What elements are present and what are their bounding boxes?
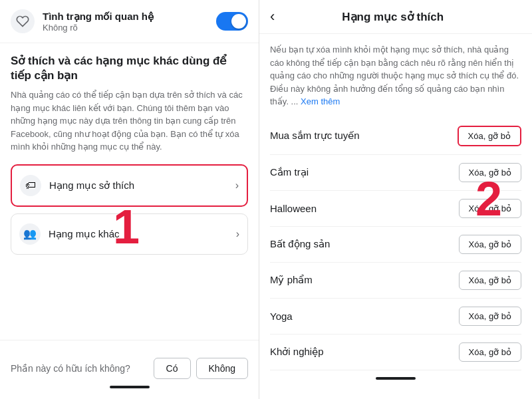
interest-name-2: Halloween — [270, 203, 317, 214]
interest-name-3: Bất động sản — [270, 238, 330, 250]
relationship-row: Tình trạng mối quan hệ Không rõ — [0, 0, 259, 43]
chevron-right-icon-2: › — [236, 228, 239, 240]
right-description: Nếu bạn tự xóa mình khỏi một hạng mục sở… — [270, 43, 521, 108]
interest-name-4: Mỹ phẩm — [270, 274, 313, 286]
group-icon: 👥 — [19, 223, 41, 245]
remove-btn-4[interactable]: Xóa, gỡ bỏ — [459, 271, 521, 290]
see-more-link[interactable]: Xem thêm — [301, 96, 340, 106]
chevron-right-icon-1: › — [235, 180, 239, 192]
menu-item-hang-muc-khac[interactable]: 👥 Hạng mục khác › — [11, 213, 248, 255]
feedback-row: Phần này có hữu ích không? Có Không — [11, 348, 248, 379]
relationship-toggle[interactable] — [216, 12, 248, 31]
right-header: ‹ Hạng mục sở thích — [259, 0, 532, 34]
interest-item-3: Bất động sản Xóa, gỡ bỏ — [270, 227, 521, 263]
relationship-text: Tình trạng mối quan hệ Không rõ — [43, 11, 216, 33]
home-indicator-right — [376, 377, 416, 380]
interest-item-6: Khởi nghiệp Xóa, gỡ bỏ — [270, 334, 521, 370]
menu-item-label-1: Hạng mục sở thích — [49, 180, 235, 192]
relationship-subtitle: Không rõ — [43, 23, 216, 33]
relationship-title: Tình trạng mối quan hệ — [43, 11, 216, 23]
feedback-question: Phần này có hữu ích không? — [11, 363, 148, 374]
remove-btn-6[interactable]: Xóa, gỡ bỏ — [459, 342, 521, 362]
tag-icon: 🏷 — [20, 175, 41, 196]
interest-item-5: Yoga Xóa, gỡ bỏ — [270, 299, 521, 334]
right-panel-title: Hạng mục sở thích — [283, 10, 503, 24]
feedback-yes-button[interactable]: Có — [154, 358, 191, 379]
feedback-no-button[interactable]: Không — [196, 358, 248, 379]
interest-list: Mua sắm trực tuyến Xóa, gỡ bỏ Cắm trại X… — [270, 118, 521, 370]
remove-btn-0[interactable]: Xóa, gỡ bỏ — [458, 126, 521, 146]
menu-item-label-2: Hạng mục khác — [49, 228, 236, 240]
badge-2: 2 — [475, 172, 502, 226]
left-panel: Tình trạng mối quan hệ Không rõ Sở thích… — [0, 0, 259, 399]
menu-item-hang-muc-so-thich[interactable]: 🏷 Hạng mục sở thích › — [11, 164, 248, 207]
interest-name-0: Mua sắm trực tuyến — [270, 130, 360, 142]
interest-name-1: Cắm trại — [270, 166, 309, 178]
left-content: Sở thích và các hạng mục khác dùng để ti… — [0, 43, 259, 340]
relationship-icon — [11, 9, 35, 33]
interest-item-0: Mua sắm trực tuyến Xóa, gỡ bỏ — [270, 118, 521, 155]
left-bottom: Phần này có hữu ích không? Có Không — [0, 340, 259, 399]
interest-name-6: Khởi nghiệp — [270, 346, 324, 358]
interest-item-4: Mỹ phẩm Xóa, gỡ bỏ — [270, 263, 521, 299]
home-indicator-left — [110, 386, 150, 388]
back-button[interactable]: ‹ — [270, 9, 275, 24]
interest-name-5: Yoga — [270, 311, 293, 322]
remove-btn-5[interactable]: Xóa, gỡ bỏ — [459, 307, 521, 326]
section-desc: Nhà quảng cáo có thể tiếp cận bạn dựa tr… — [11, 88, 248, 154]
section-title: Sở thích và các hạng mục khác dùng để ti… — [11, 54, 248, 83]
toggle-knob — [231, 14, 246, 29]
remove-btn-3[interactable]: Xóa, gỡ bỏ — [459, 235, 521, 254]
